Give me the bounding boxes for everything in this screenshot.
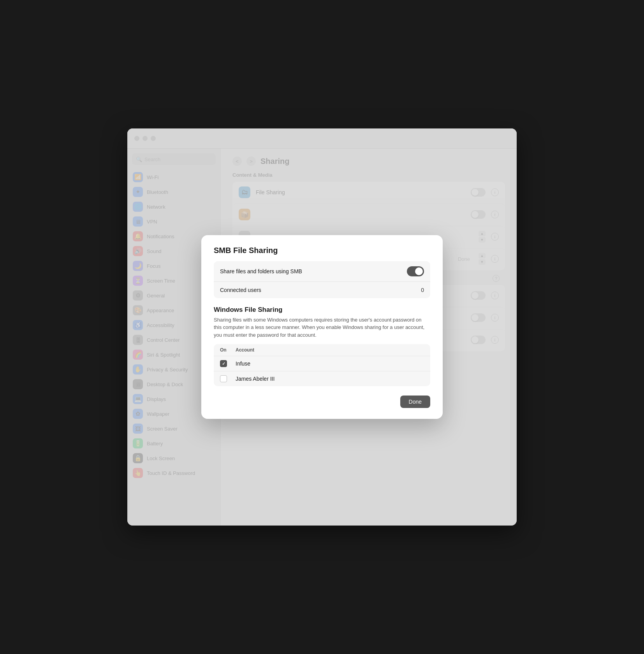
checkbox-infuse[interactable] (220, 360, 227, 367)
table-header: On Account (214, 344, 430, 356)
table-row-james: James Abeler III (214, 371, 430, 386)
smb-section: Share files and folders using SMB Connec… (214, 261, 430, 298)
windows-description: Sharing files with some Windows computer… (214, 316, 430, 339)
checkbox-infuse-container (220, 360, 236, 367)
connected-users-value: 0 (421, 287, 424, 293)
checkbox-james-container (220, 375, 236, 382)
col-account-header: Account (236, 347, 424, 353)
smb-toggle-label: Share files and folders using SMB (220, 268, 407, 274)
windows-section: Windows File Sharing Sharing files with … (214, 306, 430, 339)
done-button[interactable]: Done (400, 396, 430, 408)
users-table: On Account Infuse James Abeler III (214, 344, 430, 386)
account-james: James Abeler III (236, 376, 424, 382)
table-row-infuse: Infuse (214, 356, 430, 371)
modal-overlay: SMB File Sharing Share files and folders… (127, 128, 517, 526)
modal-title: SMB File Sharing (214, 246, 430, 255)
modal-footer: Done (214, 396, 430, 408)
connected-users-label: Connected users (220, 287, 421, 293)
smb-toggle[interactable] (407, 266, 424, 276)
col-on-header: On (220, 347, 236, 353)
account-infuse: Infuse (236, 360, 424, 367)
windows-title: Windows File Sharing (214, 306, 430, 314)
smb-toggle-row: Share files and folders using SMB (214, 261, 430, 281)
connected-users-row: Connected users 0 (214, 281, 430, 298)
checkbox-james[interactable] (220, 375, 227, 382)
smb-modal: SMB File Sharing Share files and folders… (201, 235, 443, 419)
mac-window: 🔍 Search 📶 Wi-Fi ✦ Bluetooth 🌐 Network 🖥… (127, 128, 517, 526)
